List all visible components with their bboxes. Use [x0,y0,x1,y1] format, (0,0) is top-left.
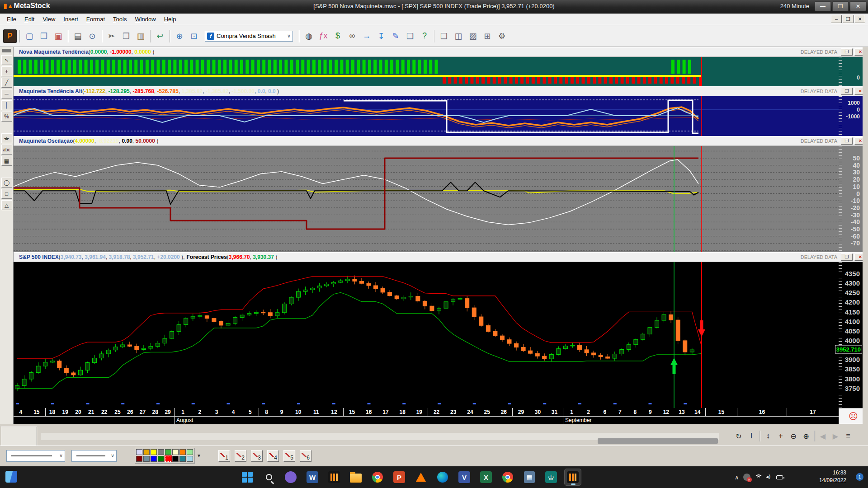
word[interactable]: W [304,469,321,486]
triangle-tool[interactable]: △ [1,200,12,210]
horizontal-scrollbar[interactable] [41,433,719,440]
crosshair-tool[interactable]: + [1,66,12,76]
battery-icon[interactable] [776,475,783,479]
close-button[interactable]: ✕ [850,1,866,11]
period-button-5[interactable]: 5 [283,450,295,462]
open-icon[interactable]: ❒ [37,29,51,43]
settings-gear-icon[interactable]: ⚙ [495,29,509,43]
zoom-out-button[interactable]: ⊖ [788,430,799,442]
toolbar-handle[interactable] [2,49,11,52]
line-style-select[interactable]: ∨ [6,450,65,462]
chart-template-icon[interactable]: ▨ [466,29,480,43]
powerpoint[interactable]: P [391,469,408,486]
panel-restore-button[interactable]: ❐ [841,88,853,95]
p1-scale[interactable]: 0 [839,57,863,86]
context-help-icon[interactable]: ? [418,29,431,43]
metastock-app-icon[interactable]: P [3,29,17,43]
print-preview-icon[interactable]: ⊙ [85,29,99,43]
color-swatch[interactable] [187,449,193,455]
rectangle-tool[interactable]: □ [1,189,12,199]
p4-chart[interactable] [14,262,839,408]
p3-header[interactable]: Maquineta Oscilação (4.00000, -8.92219, … [14,136,868,146]
sync-error-icon[interactable] [743,474,750,481]
text-tool[interactable]: abc [1,145,12,155]
color-swatch[interactable] [158,449,164,455]
color-swatch[interactable] [158,456,164,462]
palette-dropdown-icon[interactable]: ▼ [197,453,201,458]
tray-expand-icon[interactable]: ∧ [735,474,739,481]
maximize-button[interactable]: ❐ [832,1,849,11]
grid-tool[interactable]: ▦ [1,156,12,166]
notification-badge[interactable]: 1 [856,473,863,481]
search-button[interactable] [260,469,278,486]
color-swatch[interactable] [172,456,179,462]
chart-list-button[interactable]: ≡ [842,430,854,442]
copy-icon[interactable]: ❐ [119,29,133,43]
new-chart-icon[interactable]: ▢ [23,29,36,43]
wifi-icon[interactable] [755,474,762,480]
system-clock[interactable]: 16:33 14/09/2022 [819,469,846,484]
explorer-binoculars-icon[interactable]: ∞ [345,29,359,43]
color-swatch[interactable] [136,456,142,462]
color-swatch[interactable] [143,449,150,455]
mdi-minimize-button[interactable]: – [831,15,842,23]
minimize-button[interactable]: — [815,1,831,11]
color-swatch[interactable] [172,449,179,455]
period-button-3[interactable]: 3 [251,450,263,462]
color-swatch[interactable] [151,456,157,462]
mdi-close-button[interactable]: ✕ [854,15,865,23]
p3-scale[interactable]: 50403020100-10-20-30-40-50-60-70 [839,146,863,252]
chrome-profile-2[interactable] [499,469,516,486]
color-swatch[interactable] [165,456,171,462]
panel-restore-button[interactable]: ❐ [841,253,853,261]
panel-restore-button[interactable]: ❐ [841,48,853,56]
cascade-windows-icon[interactable]: ❏ [437,29,451,43]
menu-edit[interactable]: Edit [20,14,38,24]
menu-view[interactable]: View [38,14,59,24]
period-button-4[interactable]: 4 [267,450,279,462]
p1-header[interactable]: Nova Maquineta Tendência (0.0000, -1.000… [14,47,868,57]
refresh-button[interactable]: ↻ [733,430,745,442]
color-swatch[interactable] [136,449,142,455]
p1-chart[interactable] [14,57,839,86]
delete-tool[interactable]: % [1,112,12,122]
excel[interactable]: X [477,469,495,486]
period-button-2[interactable]: 2 [235,450,246,462]
color-swatch[interactable] [179,456,186,462]
visio[interactable]: V [456,469,473,486]
vlc[interactable] [412,469,429,486]
chess-app[interactable]: ♔ [542,469,560,486]
vertical-scale-button[interactable]: ↕ [762,430,774,442]
forecast-arrow-icon[interactable]: → [360,29,373,43]
dollar-icon[interactable]: $ [331,29,344,43]
mdi-restore-button[interactable]: ❐ [843,15,854,23]
scrollbar-thumb[interactable] [598,438,718,444]
pan-button[interactable]: + [775,430,787,442]
period-button-6[interactable]: 6 [300,450,311,462]
tile-windows-icon[interactable]: ⊞ [481,29,494,43]
paste-icon[interactable]: ▥ [134,29,147,43]
crosshair-cursor-button[interactable]: I [745,430,757,442]
app-purple[interactable] [282,469,299,486]
save-icon[interactable]: ▣ [52,29,65,43]
plot-tool-icon[interactable]: ✎ [389,29,402,43]
color-swatch[interactable] [165,449,171,455]
p4-header[interactable]: S&P 500 INDEX (3,940.73, 3,961.94, 3,918… [14,252,868,262]
p2-header[interactable]: Maquineta Tendência Alt (-112.722, -128.… [14,86,868,96]
print-icon[interactable]: ▤ [71,29,85,43]
menu-file[interactable]: File [3,14,20,24]
scroll-arrows-tool[interactable]: ◂▸ [1,133,12,143]
ellipse-tool[interactable]: ◯ [1,178,12,188]
color-swatch[interactable] [151,449,157,455]
page-prev-button[interactable]: ◀ [817,430,829,442]
menu-window[interactable]: Window [131,14,160,24]
p2-scale[interactable]: 10000-1000 [839,96,863,136]
pointer-tool[interactable]: ↖ [1,55,12,65]
file-explorer[interactable] [347,469,364,486]
metastock-pinned[interactable] [326,469,343,486]
power-console-icon[interactable]: ◍ [302,29,316,43]
page-next-button[interactable]: ▶ [830,430,841,442]
crosshair-icon[interactable]: ⊕ [173,29,186,43]
zoom-select-icon[interactable]: ⊡ [187,29,201,43]
edge[interactable] [434,469,451,486]
